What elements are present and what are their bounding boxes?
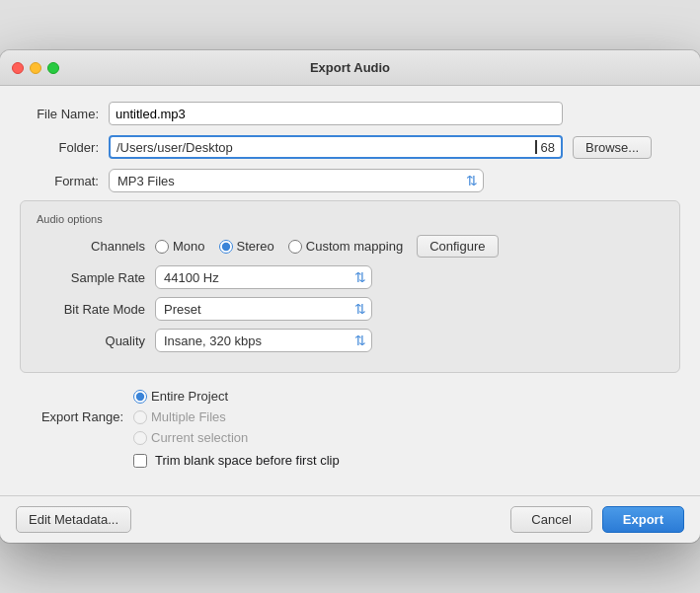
- trim-label: Trim blank space before first clip: [155, 453, 340, 468]
- file-name-row: File Name:: [20, 102, 680, 125]
- file-name-label: File Name:: [20, 107, 99, 121]
- sample-rate-select[interactable]: 8000 Hz 11025 Hz 16000 Hz 22050 Hz 32000…: [155, 265, 372, 289]
- quality-select[interactable]: Insane, 320 kbps Extreme, 220-260 kbps S…: [155, 329, 372, 352]
- bit-rate-mode-select-wrap: Preset Variable Average Constant ⇅: [155, 297, 372, 321]
- mono-radio[interactable]: [155, 240, 169, 254]
- current-selection-label: Current selection: [151, 430, 248, 445]
- minimize-button[interactable]: [30, 62, 41, 74]
- folder-path-text: /Users/user/Desktop: [117, 140, 534, 155]
- quality-select-wrap: Insane, 320 kbps Extreme, 220-260 kbps S…: [155, 329, 372, 352]
- export-audio-dialog: Export Audio File Name: Folder: /Users/u…: [0, 50, 700, 543]
- export-button[interactable]: Export: [602, 506, 684, 533]
- folder-label: Folder:: [20, 140, 99, 155]
- bit-rate-mode-row: Bit Rate Mode Preset Variable Average Co…: [37, 297, 663, 321]
- multiple-files-radio[interactable]: [133, 410, 147, 424]
- stereo-radio[interactable]: [219, 240, 233, 254]
- current-selection-radio-item[interactable]: Current selection: [133, 430, 248, 445]
- mono-label: Mono: [173, 239, 205, 254]
- format-select-wrap: MP3 Files WAV Files AIFF Files FLAC File…: [109, 169, 484, 192]
- window-title: Export Audio: [310, 60, 390, 75]
- sample-rate-row: Sample Rate 8000 Hz 11025 Hz 16000 Hz 22…: [37, 265, 663, 289]
- cancel-button[interactable]: Cancel: [510, 506, 591, 533]
- quality-label: Quality: [37, 334, 145, 348]
- edit-metadata-button[interactable]: Edit Metadata...: [16, 506, 131, 533]
- format-row: Format: MP3 Files WAV Files AIFF Files F…: [20, 169, 680, 192]
- maximize-button[interactable]: [47, 62, 59, 74]
- stereo-radio-item[interactable]: Stereo: [219, 239, 274, 254]
- close-button[interactable]: [12, 62, 24, 74]
- export-range-header-row: Export Range: Entire Project Multiple Fi…: [20, 389, 680, 445]
- folder-row: Folder: /Users/user/Desktop 68 Browse...: [20, 135, 680, 159]
- dialog-content: File Name: Folder: /Users/user/Desktop 6…: [0, 86, 700, 495]
- multiple-files-label: Multiple Files: [151, 409, 226, 424]
- folder-cursor-num: 68: [541, 140, 555, 155]
- footer-left: Edit Metadata...: [16, 506, 131, 533]
- bit-rate-mode-label: Bit Rate Mode: [37, 302, 145, 317]
- audio-options-section: Audio options Channels Mono Stereo Cus: [20, 200, 680, 373]
- traffic-lights: [12, 62, 59, 74]
- channels-row: Channels Mono Stereo Custom mapping Conf: [37, 235, 663, 258]
- range-options: Entire Project Multiple Files Current se…: [133, 389, 248, 445]
- channels-radio-group: Mono Stereo Custom mapping Configure: [155, 235, 499, 258]
- footer-right: Cancel Export: [510, 506, 684, 533]
- export-range-section: Export Range: Entire Project Multiple Fi…: [20, 385, 680, 472]
- custom-mapping-radio-item[interactable]: Custom mapping: [288, 239, 403, 254]
- sample-rate-label: Sample Rate: [37, 270, 145, 285]
- format-label: Format:: [20, 174, 99, 188]
- custom-mapping-radio[interactable]: [288, 240, 302, 254]
- channels-label: Channels: [37, 239, 145, 254]
- custom-mapping-label: Custom mapping: [306, 239, 403, 254]
- stereo-label: Stereo: [237, 239, 274, 254]
- browse-button[interactable]: Browse...: [573, 136, 652, 159]
- sample-rate-select-wrap: 8000 Hz 11025 Hz 16000 Hz 22050 Hz 32000…: [155, 265, 372, 289]
- current-selection-radio[interactable]: [133, 431, 147, 445]
- folder-input-wrap[interactable]: /Users/user/Desktop 68: [109, 135, 563, 159]
- export-range-label: Export Range:: [20, 409, 123, 424]
- configure-button[interactable]: Configure: [417, 235, 498, 258]
- entire-project-radio[interactable]: [133, 390, 147, 404]
- multiple-files-radio-item[interactable]: Multiple Files: [133, 409, 248, 424]
- text-cursor: [535, 140, 537, 154]
- entire-project-label: Entire Project: [151, 389, 228, 404]
- quality-row: Quality Insane, 320 kbps Extreme, 220-26…: [37, 329, 663, 352]
- format-select[interactable]: MP3 Files WAV Files AIFF Files FLAC File…: [109, 169, 484, 192]
- dialog-footer: Edit Metadata... Cancel Export: [0, 495, 700, 543]
- bit-rate-mode-select[interactable]: Preset Variable Average Constant: [155, 297, 372, 321]
- file-name-input[interactable]: [109, 102, 563, 125]
- trim-row: Trim blank space before first clip: [133, 453, 680, 468]
- trim-checkbox[interactable]: [133, 454, 147, 468]
- mono-radio-item[interactable]: Mono: [155, 239, 205, 254]
- audio-options-title: Audio options: [37, 213, 663, 225]
- entire-project-radio-item[interactable]: Entire Project: [133, 389, 248, 404]
- titlebar: Export Audio: [0, 50, 700, 86]
